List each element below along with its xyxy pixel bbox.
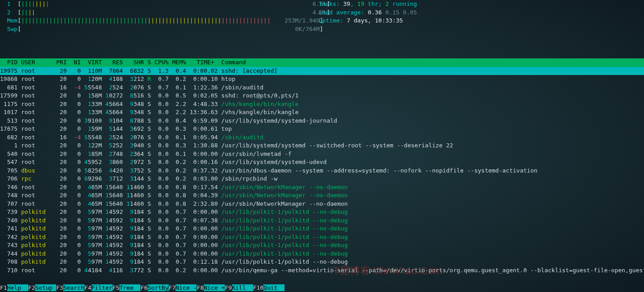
process-row[interactable]: 710 root 20 0 44184 4116 3772 S 0.0 0.2 … [0, 266, 644, 275]
process-row[interactable]: 19975 root 20 0 110M 7864 6832 S 1.3 0.4… [0, 67, 644, 75]
fkey-F3[interactable]: F3 [56, 284, 63, 291]
meters-left: 1 [|||||||| 6.6%] 2 [|||| 4.0%] Mem[||||… [0, 0, 330, 33]
fkey-F1[interactable]: F1 [0, 284, 7, 291]
process-row[interactable]: 741 polkitd 20 0 597M 14592 9184 S 0.0 0… [0, 225, 644, 233]
process-row[interactable]: 19868 root 20 0 120M 4188 3212 R 0.7 0.2… [0, 75, 644, 84]
cpu-meter: 2 [|||| 4.0%] [0, 9, 330, 17]
fkey-label[interactable]: Search [63, 284, 84, 291]
process-row[interactable]: 740 polkitd 20 0 597M 14592 9184 S 0.0 0… [0, 217, 644, 225]
fkey-label[interactable]: Nice + [204, 284, 225, 291]
fkey-label[interactable]: Quit [263, 284, 285, 291]
process-row[interactable]: 707 root 20 0 465M 15640 11460 S 0.0 0.8… [0, 200, 644, 208]
process-row[interactable]: 743 polkitd 20 0 597M 14592 9184 S 0.0 0… [0, 241, 644, 250]
process-row[interactable]: 1175 root 20 0 133M 45664 9348 S 0.0 2.2… [0, 100, 644, 109]
process-row[interactable]: 547 root 20 0 45952 3860 2972 S 0.0 0.2 … [0, 158, 644, 167]
process-row[interactable]: 708 polkitd 20 0 597M 14592 9184 S 0.0 0… [0, 258, 644, 266]
fkey-F4[interactable]: F4 [84, 284, 92, 291]
fkey-F8[interactable]: F8 [197, 284, 204, 291]
fkey-F9[interactable]: F9 [225, 284, 232, 291]
uptime-line: Uptime: 7 days, 10:33:35 [319, 17, 417, 25]
fkey-label[interactable]: Help [7, 284, 28, 291]
meters-right: Tasks: 39, 19 thr; 2 runningLoad average… [319, 0, 417, 25]
fkey-F7[interactable]: F7 [169, 284, 176, 291]
process-row[interactable]: 705 dbus 20 0 58256 4420 3752 S 0.0 0.2 … [0, 167, 644, 175]
process-row[interactable]: 17675 root 20 0 159M 5144 3692 S 0.0 0.3… [0, 125, 644, 133]
fkey-F2[interactable]: F2 [28, 284, 35, 291]
tasks-line: Tasks: 39, 19 thr; 2 running [319, 0, 417, 9]
process-row[interactable]: 540 root 20 0 185M 2748 2364 S 0.0 0.1 0… [0, 150, 644, 159]
process-list[interactable]: PID USER PRI NI VIRT RES SHR S CPU% MEM%… [0, 58, 644, 274]
fkey-label[interactable]: Nice - [175, 284, 197, 291]
process-row[interactable]: 706 rpc 20 0 69296 3712 3144 S 0.0 0.2 0… [0, 175, 644, 183]
process-row[interactable]: 739 polkitd 20 0 597M 14592 9184 S 0.0 0… [0, 208, 644, 217]
cpu-meter: 1 [|||||||| 6.6%] [0, 0, 330, 9]
process-row[interactable]: 682 root 16 -4 55548 2524 2076 S 0.0 0.1… [0, 133, 644, 142]
fkey-F6[interactable]: F6 [140, 284, 148, 291]
fkey-F10[interactable]: F10 [253, 284, 263, 291]
process-row[interactable]: 1 root 20 0 122M 5252 3940 S 0.0 0.3 1:3… [0, 142, 644, 150]
fkey-F5[interactable]: F5 [113, 284, 120, 291]
fkey-label[interactable]: SortBy [148, 284, 169, 291]
process-row[interactable]: 748 root 20 0 465M 15640 11460 S 0.0 0.8… [0, 191, 644, 200]
fkey-label[interactable]: Setup [35, 284, 56, 291]
swp-meter: Swp[ 0K/764M] [0, 25, 330, 34]
fkey-label[interactable]: Filter [92, 284, 113, 291]
process-header[interactable]: PID USER PRI NI VIRT RES SHR S CPU% MEM%… [0, 58, 644, 67]
load-line: Load average: 0.36 0.15 0.05 [319, 9, 417, 17]
footer-bar[interactable]: F1Help F2Setup F3SearchF4FilterF5Tree F6… [0, 284, 285, 292]
process-row[interactable]: 742 polkitd 20 0 597M 14592 9184 S 0.0 0… [0, 233, 644, 242]
process-row[interactable]: 746 root 20 0 465M 15640 11460 S 0.0 0.8… [0, 183, 644, 192]
process-row[interactable]: 681 root 16 -4 55548 2524 2076 S 0.7 0.1… [0, 84, 644, 92]
fkey-label[interactable]: Tree [119, 284, 140, 291]
process-row[interactable]: 744 polkitd 20 0 597M 14592 9184 S 0.0 0… [0, 250, 644, 258]
process-row[interactable]: 17599 root 20 0 158M 10272 8516 S 0.0 0.… [0, 92, 644, 100]
process-row[interactable]: 1017 root 20 0 133M 45664 9348 S 0.0 2.2… [0, 108, 644, 117]
process-row[interactable]: 513 root 20 0 39100 9104 8788 S 0.0 0.4 … [0, 117, 644, 125]
mem-meter: Mem[||||||||||||||||||||||||||||||||||||… [0, 17, 330, 25]
fkey-label[interactable]: Kill [232, 284, 253, 291]
